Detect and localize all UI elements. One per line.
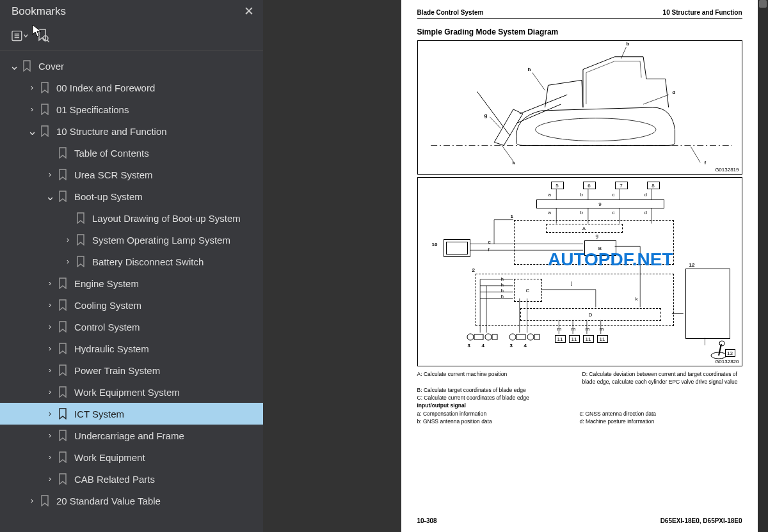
legend-D: D: Calculate deviation between current a… <box>577 370 742 386</box>
bookmark-icon <box>56 430 69 441</box>
find-bookmark-icon[interactable] <box>35 29 51 43</box>
block-C: C <box>514 279 542 302</box>
close-icon[interactable]: ✕ <box>244 4 254 19</box>
bookmark-item[interactable]: ›Engine System <box>0 272 263 294</box>
legend-C: C: Calculate current coordinates of blad… <box>417 394 742 402</box>
chevron-right-icon[interactable]: › <box>44 344 56 353</box>
cylinder-pair-2 <box>509 331 541 344</box>
svg-point-7 <box>535 118 655 141</box>
bookmark-label: Work Equipment System <box>74 387 180 398</box>
bookmark-options-icon[interactable] <box>12 29 28 43</box>
footer-right: D65EXI-18E0, D65PXI-18E0 <box>660 517 742 524</box>
schematic-box-12 <box>685 269 730 339</box>
chevron-right-icon[interactable]: › <box>44 301 56 309</box>
chevron-right-icon[interactable]: › <box>26 496 38 505</box>
bookmark-item[interactable]: ⌄Cover <box>0 55 263 77</box>
bookmark-icon <box>56 278 69 289</box>
fig1-label-h: h <box>528 66 531 72</box>
bookmark-icon <box>56 451 69 463</box>
label-4b: 4 <box>524 343 527 348</box>
bookmark-label: 00 Index and Foreword <box>56 82 155 93</box>
chevron-down-icon[interactable]: ⌄ <box>44 193 56 199</box>
label-4a: 4 <box>482 343 484 348</box>
bookmark-item[interactable]: ›Undercarriage and Frame <box>0 425 263 446</box>
chevron-right-icon[interactable]: › <box>44 409 56 418</box>
bookmarks-list[interactable]: ⌄Cover›00 Index and Foreword›01 Specific… <box>0 51 263 532</box>
bookmark-icon <box>56 169 69 180</box>
chevron-right-icon[interactable]: › <box>61 235 74 244</box>
bookmark-item[interactable]: Table of Contents <box>0 142 263 164</box>
arrow-mid-b: b <box>580 210 583 215</box>
bookmark-icon <box>56 473 69 485</box>
arrow-d: d <box>644 192 647 198</box>
chevron-right-icon[interactable]: › <box>44 322 56 331</box>
chevron-right-icon[interactable]: › <box>44 387 56 396</box>
chevron-right-icon[interactable]: › <box>44 170 56 179</box>
h1: h <box>501 276 504 282</box>
bookmark-label: Control System <box>74 322 140 332</box>
bookmark-item[interactable]: ›Hydraulic System <box>0 338 263 359</box>
bookmark-item[interactable]: ›20 Standard Value Table <box>0 490 263 512</box>
bookmark-label: ICT System <box>74 409 124 419</box>
bookmark-item[interactable]: ›Battery Disconnect Switch <box>0 251 263 272</box>
bookmark-icon <box>38 125 51 137</box>
bookmark-item[interactable]: ›CAB Related Parts <box>0 468 263 490</box>
bookmark-label: 20 Standard Value Table <box>56 496 161 506</box>
h4: h <box>501 293 504 299</box>
bookmark-item[interactable]: ›Work Equipment <box>0 446 263 468</box>
bookmark-item[interactable]: ›Control System <box>0 316 263 338</box>
bookmark-item[interactable]: ›Work Equipment System <box>0 381 263 403</box>
svg-line-12 <box>532 73 545 91</box>
pdf-page: Blade Control System 10 Structure and Fu… <box>401 0 758 532</box>
bookmark-item[interactable]: ⌄Boot-up System <box>0 185 263 207</box>
chevron-right-icon[interactable]: › <box>44 431 56 440</box>
box-11-1: 11 <box>555 335 566 343</box>
bookmark-item[interactable]: ›Urea SCR System <box>0 164 263 185</box>
chevron-right-icon[interactable]: › <box>44 366 56 375</box>
svg-rect-21 <box>474 334 483 340</box>
figure-1-id: G0132819 <box>715 167 739 173</box>
bookmark-icon <box>56 408 69 419</box>
viewport-scrollbar[interactable] <box>758 0 768 532</box>
bookmark-item[interactable]: Layout Drawing of Boot-up System <box>0 207 263 229</box>
scrollbar-thumb[interactable] <box>759 0 767 8</box>
box-11-3: 11 <box>583 335 594 343</box>
bookmark-label: Power Train System <box>74 365 160 376</box>
arrow-a: a <box>548 192 551 198</box>
bookmark-item[interactable]: ›01 Specifications <box>0 98 263 120</box>
chevron-right-icon[interactable]: › <box>26 83 38 92</box>
page-header: Blade Control System 10 Structure and Fu… <box>417 9 742 19</box>
chevron-right-icon[interactable]: › <box>26 105 38 114</box>
bookmark-label: Cooling System <box>74 300 141 311</box>
bookmark-icon <box>56 364 69 376</box>
header-right: 10 Structure and Function <box>663 9 742 16</box>
svg-rect-23 <box>492 334 497 340</box>
chevron-right-icon[interactable]: › <box>44 453 56 462</box>
chevron-down-icon[interactable]: ⌄ <box>26 128 38 134</box>
box-11-4: 11 <box>597 335 608 343</box>
block-B: B <box>584 240 616 256</box>
chevron-right-icon[interactable]: › <box>44 279 56 288</box>
bookmark-item[interactable]: ›Cooling System <box>0 294 263 316</box>
bookmark-item[interactable]: ⌄10 Structure and Function <box>0 120 263 142</box>
bookmark-item[interactable]: ›ICT System <box>0 403 263 425</box>
bookmark-label: 10 Structure and Function <box>56 126 167 137</box>
chevron-right-icon[interactable]: › <box>61 257 74 266</box>
legend-a: a: Compensation information <box>417 410 580 418</box>
bookmark-label: Table of Contents <box>74 148 149 159</box>
document-viewport[interactable]: AUTOPDF.NET Blade Control System 10 Stru… <box>263 0 768 532</box>
bookmark-item[interactable]: ›00 Index and Foreword <box>0 77 263 98</box>
schematic-block-9: 9 <box>536 199 664 208</box>
box-11-2: 11 <box>569 335 580 343</box>
chevron-right-icon[interactable]: › <box>44 474 56 483</box>
dashed-group-2-label: 2 <box>472 267 475 273</box>
bookmark-item[interactable]: ›System Operating Lamp System <box>0 229 263 251</box>
fig1-label-f: f <box>705 160 707 166</box>
fig1-label-k: k <box>513 160 515 166</box>
chevron-down-icon[interactable]: ⌄ <box>8 63 20 69</box>
legend-io-head: Input/output signal <box>417 402 742 409</box>
bookmark-icon <box>56 147 69 159</box>
legend-c: c: GNSS antenna direction data <box>580 410 742 418</box>
legend-A: A: Calculate current machine position <box>417 370 577 386</box>
bookmark-item[interactable]: ›Power Train System <box>0 359 263 381</box>
